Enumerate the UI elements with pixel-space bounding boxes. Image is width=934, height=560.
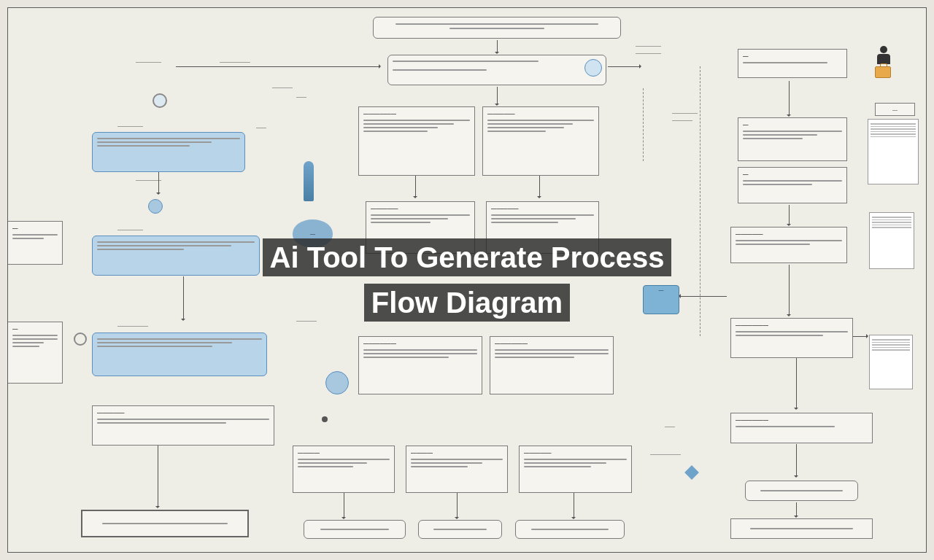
right-document <box>868 119 919 184</box>
label-mid-small: —— <box>665 424 675 429</box>
label-upper-right: ————— <box>636 43 661 48</box>
circle-node-1 <box>325 371 349 394</box>
arrow-h-right-doc <box>853 336 868 337</box>
label-left-4: —————— <box>117 323 148 328</box>
right-document-3 <box>869 335 913 389</box>
ring-icon-2 <box>74 332 87 346</box>
upper-process-box <box>387 55 606 85</box>
label-mid-2: ————— <box>672 110 698 115</box>
label-mid-4: —— <box>256 125 266 130</box>
arrow-h-top-2 <box>608 66 641 67</box>
label-top-left-1: ————— <box>136 59 161 64</box>
far-left-box: — <box>8 221 63 265</box>
circle-node-small <box>148 199 163 214</box>
bottom-label-3 <box>515 520 625 539</box>
arrow-h-top <box>176 66 380 67</box>
right-small-label: — <box>875 103 915 116</box>
bottom-box-3: ————— <box>519 446 632 493</box>
right-document-2 <box>869 212 914 269</box>
bottom-label-1 <box>304 520 406 539</box>
right-lower-box-2 <box>745 481 858 501</box>
left-blue-box-1 <box>92 132 245 172</box>
right-mid-box-1: ————— <box>730 227 847 263</box>
left-box-4: ————— <box>92 405 274 446</box>
arrow-bottom-1 <box>344 493 344 518</box>
dotted-divider-2 <box>643 88 644 161</box>
arrow-center-2 <box>539 176 540 198</box>
center-lower-2: —————— <box>490 336 614 394</box>
dot-node <box>322 416 328 422</box>
top-right-box-2: — <box>738 117 847 161</box>
top-right-box-3: — <box>738 167 847 203</box>
left-blue-box-3 <box>92 332 267 376</box>
title-text: Ai Tool To Generate Process Flow Diagram <box>263 238 672 322</box>
bottom-box-1: ———— <box>293 446 395 493</box>
diamond-small <box>684 465 699 480</box>
label-upper-right-2: ————— <box>636 50 661 55</box>
label-left-2: ————— <box>136 177 161 182</box>
label-top-left-3: ———— <box>272 85 293 90</box>
arrow-right-stack <box>789 205 790 225</box>
arrow-bottom-3 <box>574 493 574 518</box>
center-box-2: ————— <box>482 106 599 176</box>
arrow-right-top <box>789 81 790 116</box>
label-top-left-4: —— <box>296 94 306 99</box>
briefcase-icon <box>875 66 891 78</box>
label-top-left-2: —————— <box>220 59 250 64</box>
ring-icon-1 <box>153 93 167 108</box>
arrow-right-down-2 <box>796 444 797 477</box>
upper-process-icon <box>584 59 602 77</box>
arrow-right-stack-2 <box>789 265 790 316</box>
right-terminal <box>730 518 873 539</box>
top-header-box <box>373 17 621 39</box>
label-left-3: ————— <box>117 227 143 232</box>
arrow-center-1 <box>415 176 416 198</box>
bottom-box-2: ———— <box>406 446 508 493</box>
center-box-1: —————— <box>358 106 475 176</box>
arrow-bottom-2 <box>457 493 458 518</box>
top-right-box-1: — <box>738 49 847 78</box>
title-overlay: Ai Tool To Generate Process Flow Diagram <box>234 235 700 325</box>
arrow-left-down <box>158 446 158 508</box>
right-lower-box-1: —————— <box>730 413 873 443</box>
far-left-box-2: — <box>8 322 63 384</box>
arrow-left-mid <box>183 276 184 320</box>
arrow-right-down-3 <box>796 502 797 517</box>
label-bottom-right: —————— <box>650 451 681 456</box>
label-left-1: ————— <box>117 123 143 128</box>
arrow-v-1 <box>158 172 159 194</box>
arrow-top-down-2 <box>497 87 498 105</box>
funnel-icon <box>304 161 314 201</box>
bottom-left-terminal <box>81 510 249 537</box>
label-mid-3: ———— <box>672 117 692 122</box>
bottom-label-2 <box>418 520 502 539</box>
center-lower-1: —————— <box>358 336 482 394</box>
right-mid-box-2: —————— <box>730 318 853 358</box>
arrow-right-down-1 <box>796 358 797 409</box>
arrow-top-down <box>497 40 498 53</box>
